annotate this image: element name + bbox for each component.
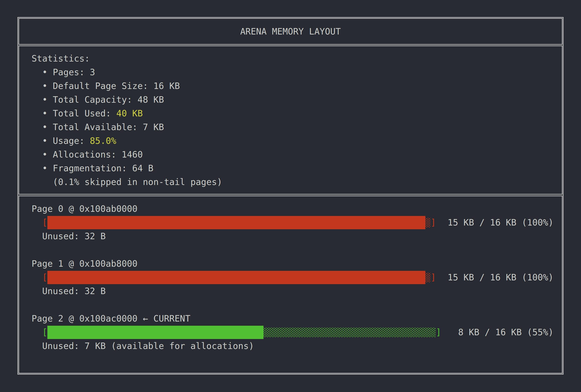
statistics-list: • Pages: 3 • Default Page Size: 16 KB • … — [31, 66, 562, 189]
memory-bar-row: [] 8 KB / 16 KB (55%) — [31, 326, 562, 339]
spacer-line — [31, 298, 562, 312]
memory-bar-row: []15 KB / 16 KB (100%) — [31, 270, 562, 284]
statistics-heading: Statistics: — [31, 52, 562, 66]
terminal-screen: ARENA MEMORY LAYOUT Statistics: • Pages:… — [0, 0, 581, 392]
page-title: Page 1 @ 0x100ab8000 — [31, 257, 562, 270]
stat-value-highlight: 40 KB — [116, 108, 143, 118]
page-unused-line: Unused: 7 KB (available for allocations) — [31, 339, 562, 353]
statistics-section: Statistics: • Pages: 3 • Default Page Si… — [18, 46, 563, 194]
pages-section: Page 0 @ 0x100ab0000 []15 KB / 16 KB (10… — [18, 196, 563, 374]
bar-free-segment — [263, 328, 436, 337]
stat-line: • Pages: 3 — [31, 66, 562, 79]
page-unused-line: Unused: 32 B — [31, 230, 562, 243]
title-section: ARENA MEMORY LAYOUT — [18, 18, 563, 45]
bar-open-bracket: [ — [31, 270, 47, 284]
bar-free-segment — [425, 218, 431, 228]
stat-line: • Total Available: 7 KB — [31, 120, 562, 134]
spacer-line — [31, 243, 562, 257]
page-block: Page 2 @ 0x100ac0000 ← CURRENT [] 8 KB /… — [31, 312, 562, 367]
stat-text: (0.1% skipped in non-tail pages) — [31, 177, 222, 187]
page-unused-line: Unused: 32 B — [31, 284, 562, 298]
bar-used-segment — [47, 271, 425, 284]
page-block: Page 0 @ 0x100ab0000 []15 KB / 16 KB (10… — [31, 202, 562, 257]
stat-text: • Allocations: 1460 — [31, 150, 143, 160]
stat-text: • Pages: 3 — [31, 67, 95, 77]
panel-title: ARENA MEMORY LAYOUT — [240, 26, 341, 36]
stat-text: • Total Used: — [31, 108, 116, 118]
stat-text: • Fragmentation: 64 B — [31, 163, 153, 173]
stat-text: • Usage: — [31, 136, 90, 146]
bar-usage-label: 15 KB / 16 KB (100%) — [448, 216, 554, 230]
bar-close-bracket: ] — [431, 216, 436, 230]
memory-bar-row: []15 KB / 16 KB (100%) — [31, 216, 562, 230]
stat-line: • Default Page Size: 16 KB — [31, 79, 562, 93]
bar-open-bracket: [ — [31, 216, 47, 230]
page-title: Page 2 @ 0x100ac0000 ← CURRENT — [31, 312, 562, 326]
stat-text: • Default Page Size: 16 KB — [31, 81, 180, 91]
stat-value-highlight: 85.0% — [90, 136, 116, 146]
bar-usage-label: 15 KB / 16 KB (100%) — [448, 270, 554, 284]
bar-free-segment — [425, 273, 431, 282]
stat-line: • Fragmentation: 64 B — [31, 162, 562, 175]
spacer-line — [31, 353, 562, 367]
stat-line: • Total Capacity: 48 KB — [31, 93, 562, 107]
stat-line: • Total Used: 40 KB — [31, 107, 562, 120]
stat-text: • Total Capacity: 48 KB — [31, 94, 164, 105]
stat-line: • Allocations: 1460 — [31, 148, 562, 162]
bar-open-bracket: [ — [31, 326, 47, 339]
bar-used-segment — [47, 216, 425, 229]
stat-line: • Usage: 85.0% — [31, 134, 562, 148]
arena-layout-panel: ARENA MEMORY LAYOUT Statistics: • Pages:… — [17, 17, 564, 374]
page-block: Page 1 @ 0x100ab8000 []15 KB / 16 KB (10… — [31, 257, 562, 312]
bar-close-bracket: ] — [436, 326, 441, 339]
stat-text: • Total Available: 7 KB — [31, 122, 164, 132]
stat-line: (0.1% skipped in non-tail pages) — [31, 175, 562, 189]
pages-list: Page 0 @ 0x100ab0000 []15 KB / 16 KB (10… — [31, 202, 562, 367]
bar-usage-label: 8 KB / 16 KB (55%) — [448, 326, 554, 339]
bar-close-bracket: ] — [431, 270, 436, 284]
bar-used-segment — [47, 326, 263, 339]
page-title: Page 0 @ 0x100ab0000 — [31, 202, 562, 216]
